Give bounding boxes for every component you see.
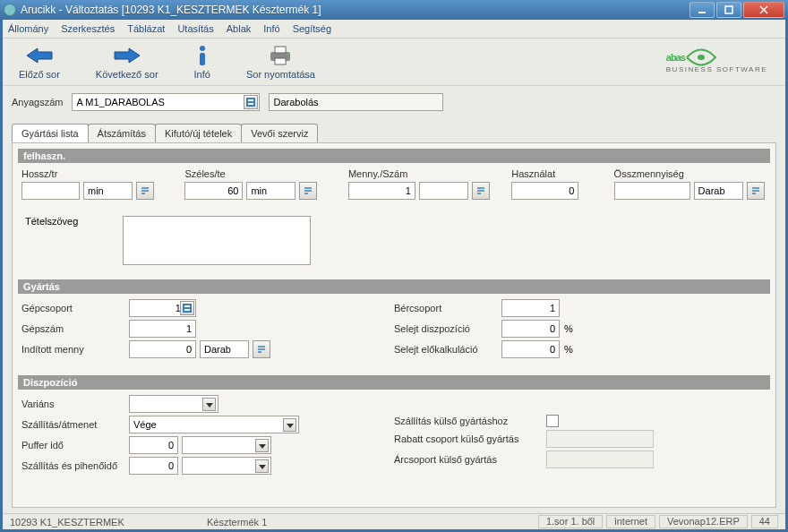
material-desc-input — [269, 93, 443, 111]
svg-rect-18 — [184, 309, 190, 311]
gepszam-label: Gépszám — [21, 323, 129, 334]
maximize-button[interactable] — [716, 2, 741, 18]
window-title: Arucikk - Változtatás [10293 K1_KESZTERM… — [21, 4, 690, 16]
varians-label: Variáns — [21, 399, 129, 409]
svg-point-6 — [200, 46, 205, 51]
menny-input[interactable] — [348, 182, 415, 200]
puffer-input[interactable] — [129, 436, 178, 454]
print-row-label: Sor nyomtatása — [246, 69, 315, 80]
svg-rect-13 — [246, 98, 255, 107]
bercsoport-input[interactable] — [501, 299, 560, 317]
info-button[interactable]: Infó — [187, 44, 218, 80]
status-item-id: 10293 K1_KESZTERMEK — [10, 517, 189, 528]
hasznalat-input[interactable] — [511, 182, 578, 200]
svg-rect-10 — [275, 58, 286, 64]
svg-marker-4 — [27, 48, 52, 63]
svg-rect-9 — [275, 47, 286, 53]
menu-szerkesztes[interactable]: Szerkesztés — [61, 23, 115, 34]
pihen-input[interactable] — [129, 457, 178, 475]
szallitas-dropdown[interactable]: Vége — [129, 416, 299, 433]
inditott-unit-input[interactable] — [200, 340, 249, 358]
app-icon — [4, 4, 16, 16]
ossz-input[interactable] — [614, 182, 690, 200]
szeles-input[interactable] — [184, 182, 243, 200]
szallitas-value: Vége — [133, 419, 157, 430]
print-row-button[interactable]: Sor nyomtatása — [239, 44, 322, 80]
kulso-gyart-label: Szállítás külső gyártáshoz — [394, 416, 546, 426]
szeles-unit-input[interactable] — [246, 182, 296, 200]
info-icon — [195, 44, 210, 67]
inditott-input[interactable] — [129, 340, 196, 358]
pihen-unit-dropdown[interactable] — [182, 457, 271, 475]
pct-label-2: % — [564, 344, 573, 355]
selejt-disp-input[interactable] — [501, 320, 560, 338]
inditott-unit-picker-icon[interactable] — [253, 340, 270, 358]
ossz-unit-picker-icon[interactable] — [747, 182, 765, 200]
menny-unit-picker-icon[interactable] — [472, 182, 490, 200]
prev-row-label: Előző sor — [19, 69, 60, 80]
brand-logo: abas BUSINESS SOFTWARE — [657, 44, 776, 75]
arrow-left-icon — [25, 44, 54, 67]
svg-marker-20 — [287, 424, 294, 428]
menu-tablazat[interactable]: Táblázat — [127, 23, 165, 34]
gepszam-input[interactable] — [129, 320, 196, 338]
puffer-unit-dropdown[interactable] — [182, 436, 271, 454]
chevron-down-icon — [202, 398, 216, 411]
next-row-button[interactable]: Következő sor — [89, 44, 166, 80]
hossz-input[interactable] — [21, 182, 80, 200]
toolbar: Előző sor Következő sor Infó Sor nyomtat… — [3, 39, 785, 86]
close-button[interactable] — [743, 2, 784, 18]
printer-icon — [269, 44, 292, 67]
prev-row-button[interactable]: Előző sor — [12, 44, 67, 80]
felhaszn-section-head: felhaszn. — [18, 149, 770, 163]
inditott-label: Indított menny — [21, 344, 129, 355]
tab-atszamitas[interactable]: Átszámítás — [88, 124, 156, 142]
diszpozicio-section-head: Diszpozíció — [18, 375, 770, 390]
material-number-lookup-icon[interactable] — [244, 95, 258, 109]
tab-gyartasi-lista[interactable]: Gyártási lista — [12, 124, 89, 142]
tetelszoveg-label: Tételszöveg — [25, 216, 78, 227]
arcsoport-label: Árcsoport külső gyártás — [394, 454, 546, 465]
svg-rect-1 — [725, 6, 732, 13]
hossz-unit-picker-icon[interactable] — [136, 182, 154, 200]
svg-marker-22 — [259, 465, 266, 469]
tab-vevoi-szerviz[interactable]: Vevői szerviz — [241, 124, 318, 142]
kulso-gyart-checkbox[interactable] — [546, 415, 559, 427]
next-row-label: Következő sor — [96, 69, 158, 80]
chevron-down-icon — [255, 459, 269, 473]
status-cursor: 1.sor 1. ből — [538, 515, 603, 528]
svg-marker-19 — [206, 403, 213, 408]
material-number-input[interactable] — [72, 93, 260, 111]
status-user: Vevonap12.ERP — [659, 515, 748, 528]
bercsoport-label: Bércsoport — [394, 303, 501, 313]
svg-rect-14 — [248, 99, 253, 101]
hossz-unit-input[interactable] — [83, 182, 133, 200]
svg-rect-7 — [200, 53, 205, 65]
menu-ablak[interactable]: Ablak — [227, 23, 252, 34]
menu-allomany[interactable]: Állomány — [8, 23, 48, 34]
menny-unit-input[interactable] — [419, 182, 468, 200]
szeles-unit-picker-icon[interactable] — [299, 182, 317, 200]
statusbar: 10293 K1_KESZTERMEK Késztermék 1 1.sor 1… — [3, 513, 785, 529]
material-number-label: Anyagszám — [12, 97, 63, 107]
selejt-elok-input[interactable] — [501, 340, 560, 358]
minimize-button[interactable] — [690, 2, 715, 18]
tetelszoveg-textarea[interactable] — [123, 216, 311, 265]
ossz-unit-input[interactable] — [694, 182, 743, 200]
menu-info[interactable]: Infó — [263, 23, 279, 34]
varians-dropdown[interactable] — [129, 395, 218, 413]
tab-kifuto[interactable]: Kifutó/új tételek — [155, 124, 242, 142]
menu-utasitas[interactable]: Utasítás — [177, 23, 213, 34]
pihen-label: Szállítás és pihenőidő — [21, 460, 129, 471]
rabatt-label: Rabatt csoport külső gyártás — [394, 433, 546, 444]
selejt-disp-label: Selejt diszpozíció — [394, 323, 501, 334]
menny-label: Menny./Szám — [348, 168, 501, 179]
status-item-name: Késztermék 1 — [207, 517, 267, 528]
chevron-down-icon — [255, 439, 269, 452]
menubar: Állomány Szerkesztés Táblázat Utasítás A… — [3, 20, 785, 39]
hossz-label: Hossz/tr — [21, 168, 174, 179]
gepcsoport-lookup-icon[interactable] — [180, 301, 194, 315]
logo-text: abas — [666, 52, 685, 63]
menu-segitseg[interactable]: Segítség — [293, 23, 331, 34]
gyartas-section-head: Gyártás — [18, 279, 770, 294]
